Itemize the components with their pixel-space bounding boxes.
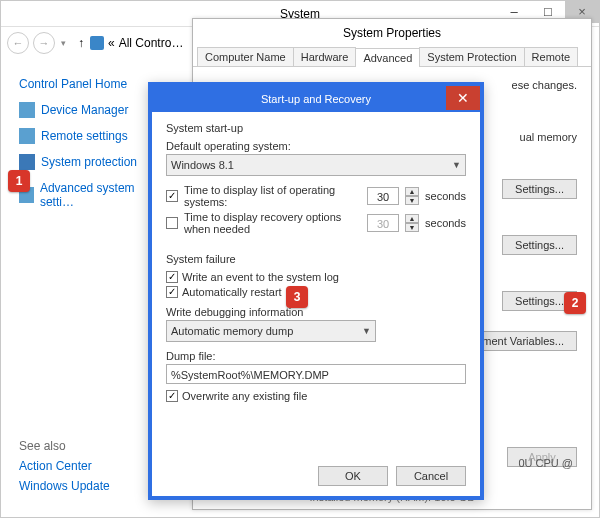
tab-advanced[interactable]: Advanced xyxy=(355,48,420,67)
seconds-label: seconds xyxy=(425,190,466,202)
dump-file-input[interactable]: %SystemRoot%\MEMORY.DMP xyxy=(166,364,466,384)
time-list-value[interactable]: 30 xyxy=(367,187,399,205)
callout-3: 3 xyxy=(286,286,308,308)
time-list-spinner[interactable]: ▲▼ xyxy=(405,187,419,205)
seconds-label-2: seconds xyxy=(425,217,466,229)
sidebar-link-advanced-settings[interactable]: Advanced system setti… xyxy=(40,181,163,209)
default-os-select[interactable]: Windows 8.1 ▼ xyxy=(166,154,466,176)
group-label-startup: System start-up xyxy=(166,122,466,134)
forward-button[interactable]: → xyxy=(33,32,55,54)
sr-close-button[interactable]: ✕ xyxy=(446,86,480,110)
write-debug-label: Write debugging information xyxy=(166,306,466,318)
sr-title: Start-up and Recovery xyxy=(261,93,371,105)
sr-footer: OK Cancel xyxy=(318,466,466,486)
time-list-checkbox[interactable] xyxy=(166,190,178,202)
time-recovery-spinner: ▲▼ xyxy=(405,214,419,232)
cpu-fragment: 0U CPU @ xyxy=(518,457,573,469)
history-dropdown-icon[interactable]: ▾ xyxy=(59,38,68,48)
remote-icon xyxy=(19,128,35,144)
monitor-icon xyxy=(19,102,35,118)
tab-computer-name[interactable]: Computer Name xyxy=(197,47,294,66)
breadcrumb-text: All Contro… xyxy=(119,36,184,50)
time-recovery-label: Time to display recovery options when ne… xyxy=(184,211,361,235)
debug-info-select[interactable]: Automatic memory dump ▼ xyxy=(166,320,376,342)
startup-recovery-dialog: Start-up and Recovery ✕ System start-up … xyxy=(148,82,484,500)
overwrite-checkbox[interactable] xyxy=(166,390,178,402)
see-also-header: See also xyxy=(19,439,110,453)
default-os-label: Default operating system: xyxy=(166,140,466,152)
tabstrip: Computer Name Hardware Advanced System P… xyxy=(193,47,591,67)
sr-titlebar: Start-up and Recovery ✕ xyxy=(152,86,480,112)
breadcrumb[interactable]: ↑ « All Contro… xyxy=(76,36,183,50)
default-os-value: Windows 8.1 xyxy=(171,159,234,171)
time-list-row: Time to display list of operating system… xyxy=(166,184,466,208)
overwrite-label: Overwrite any existing file xyxy=(182,390,307,402)
time-recovery-row: Time to display recovery options when ne… xyxy=(166,211,466,235)
group-system-failure: System failure Write an event to the sys… xyxy=(166,253,466,402)
up-button[interactable]: ↑ xyxy=(76,36,86,50)
settings-button-performance[interactable]: Settings... xyxy=(502,179,577,199)
write-event-checkbox[interactable] xyxy=(166,271,178,283)
callout-2: 2 xyxy=(564,292,586,314)
see-also: See also Action Center Windows Update xyxy=(19,429,110,499)
group-system-startup: System start-up Default operating system… xyxy=(166,122,466,235)
auto-restart-checkbox[interactable] xyxy=(166,286,178,298)
write-event-label: Write an event to the system log xyxy=(182,271,339,283)
control-panel-icon xyxy=(90,36,104,50)
auto-restart-label: Automatically restart xyxy=(182,286,282,298)
sidebar-link-remote-settings[interactable]: Remote settings xyxy=(41,129,128,143)
see-also-action-center[interactable]: Action Center xyxy=(19,459,110,473)
group-label-failure: System failure xyxy=(166,253,466,265)
tab-remote[interactable]: Remote xyxy=(524,47,579,66)
ok-button[interactable]: OK xyxy=(318,466,388,486)
cancel-button[interactable]: Cancel xyxy=(396,466,466,486)
chevron-down-icon: ▼ xyxy=(452,160,461,170)
callout-1: 1 xyxy=(8,170,30,192)
tab-system-protection[interactable]: System Protection xyxy=(419,47,524,66)
back-button[interactable]: ← xyxy=(7,32,29,54)
sidebar: Control Panel Home Device Manager Remote… xyxy=(1,59,171,517)
dump-file-label: Dump file: xyxy=(166,350,466,362)
sr-body: System start-up Default operating system… xyxy=(152,112,480,424)
time-recovery-checkbox[interactable] xyxy=(166,217,178,229)
tab-hardware[interactable]: Hardware xyxy=(293,47,357,66)
chevron-down-icon: ▼ xyxy=(362,326,371,336)
time-list-label: Time to display list of operating system… xyxy=(184,184,361,208)
control-panel-home-link[interactable]: Control Panel Home xyxy=(19,77,163,91)
shield-icon xyxy=(19,154,35,170)
sidebar-link-device-manager[interactable]: Device Manager xyxy=(41,103,128,117)
sidebar-link-system-protection[interactable]: System protection xyxy=(41,155,137,169)
breadcrumb-prefix: « xyxy=(108,36,115,50)
debug-info-value: Automatic memory dump xyxy=(171,325,293,337)
see-also-windows-update[interactable]: Windows Update xyxy=(19,479,110,493)
time-recovery-value: 30 xyxy=(367,214,399,232)
settings-button-userprofiles[interactable]: Settings... xyxy=(502,235,577,255)
sysprop-title: System Properties xyxy=(193,19,591,47)
